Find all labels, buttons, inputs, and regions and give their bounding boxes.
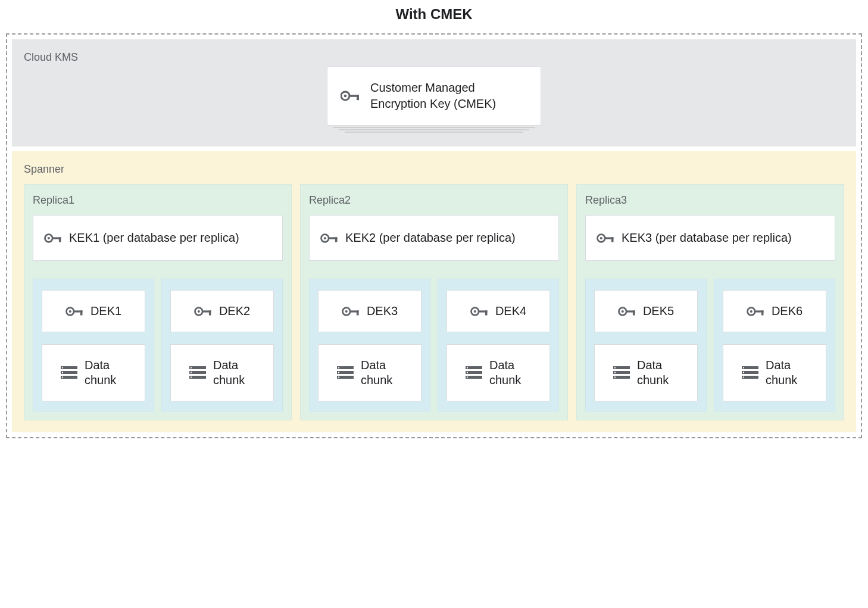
data-icon: [337, 366, 354, 379]
svg-rect-17: [62, 377, 63, 378]
dek-row: DEK1 Data chunk: [33, 279, 283, 411]
chunk-text: Data chunk: [361, 358, 402, 388]
dek-group: DEK1 Data chunk: [33, 279, 154, 411]
svg-point-5: [48, 236, 50, 239]
svg-rect-64: [614, 372, 616, 373]
svg-rect-12: [61, 366, 77, 369]
stack-line: [345, 132, 523, 133]
key-icon: [470, 306, 488, 317]
dek-card: DEK6: [723, 290, 826, 332]
data-icon: [61, 366, 77, 379]
cmek-text: Customer Managed Encryption Key (CMEK): [370, 80, 527, 112]
dek-text: DEK4: [495, 304, 526, 319]
dek-card: DEK5: [594, 290, 698, 332]
data-chunk-card: Data chunk: [42, 344, 145, 401]
svg-rect-31: [335, 237, 338, 242]
svg-rect-75: [743, 377, 744, 378]
svg-rect-41: [338, 377, 339, 378]
kek-text: KEK3 (per database per replica): [622, 231, 792, 245]
svg-rect-37: [337, 371, 354, 374]
svg-rect-71: [742, 371, 758, 374]
dek-card: DEK2: [170, 290, 274, 332]
svg-rect-74: [743, 372, 744, 373]
svg-rect-46: [466, 366, 482, 369]
svg-rect-15: [62, 367, 63, 369]
stack-line: [339, 129, 529, 130]
svg-point-33: [345, 310, 348, 312]
svg-rect-61: [613, 371, 630, 374]
svg-point-9: [69, 310, 71, 312]
spanner-label: Spanner: [24, 163, 844, 176]
svg-rect-73: [743, 367, 744, 369]
svg-rect-59: [633, 310, 635, 315]
svg-rect-23: [189, 371, 206, 374]
chunk-text: Data chunk: [489, 358, 531, 388]
svg-rect-62: [613, 376, 630, 379]
replica-label: Replica3: [585, 194, 835, 207]
stack-line: [333, 127, 535, 128]
key-icon: [342, 306, 360, 317]
svg-point-57: [622, 310, 624, 312]
svg-rect-36: [337, 366, 354, 369]
svg-rect-13: [61, 371, 77, 374]
data-chunk-card: Data chunk: [170, 344, 274, 401]
svg-rect-14: [61, 376, 77, 379]
replica-label: Replica1: [33, 194, 283, 207]
svg-rect-47: [466, 371, 482, 374]
svg-rect-48: [466, 376, 482, 379]
chunk-text: Data chunk: [637, 358, 679, 388]
svg-point-19: [198, 310, 200, 312]
svg-rect-35: [357, 310, 359, 315]
cloud-kms-label: Cloud KMS: [24, 51, 844, 64]
key-icon: [618, 306, 636, 317]
svg-rect-65: [614, 377, 616, 378]
dek-group: DEK6 Data chunk: [714, 279, 835, 411]
replica-1: Replica1 KEK1 (per database per replica): [24, 184, 292, 420]
svg-rect-49: [467, 367, 468, 369]
cloud-kms-box: Cloud KMS Customer Managed Encryption Ke…: [12, 39, 856, 146]
chunk-text: Data chunk: [85, 358, 126, 388]
data-chunk-card: Data chunk: [318, 344, 421, 401]
replica-3: Replica3 KEK3 (per database per replica): [576, 184, 844, 420]
kek-text: KEK1 (per database per replica): [69, 231, 239, 245]
kek-text: KEK2 (per database per replica): [345, 231, 516, 245]
cmek-card: Customer Managed Encryption Key (CMEK): [327, 66, 541, 126]
svg-rect-39: [338, 367, 339, 369]
svg-rect-38: [337, 376, 354, 379]
dek-card: DEK4: [447, 290, 550, 332]
svg-rect-55: [611, 237, 614, 242]
svg-rect-26: [191, 372, 192, 373]
svg-rect-63: [614, 367, 616, 369]
svg-rect-69: [761, 310, 764, 315]
kek-card: KEK1 (per database per replica): [33, 215, 283, 261]
dek-text: DEK5: [643, 304, 674, 319]
svg-rect-70: [742, 366, 758, 369]
cmek-card-wrap: Customer Managed Encryption Key (CMEK): [24, 66, 844, 133]
kek-card: KEK2 (per database per replica): [309, 215, 559, 261]
dek-text: DEK2: [219, 304, 250, 319]
key-icon: [44, 233, 62, 244]
key-icon: [341, 90, 360, 102]
replicas-row: Replica1 KEK1 (per database per replica): [24, 184, 844, 420]
dek-group: DEK4 Data chunk: [438, 279, 559, 411]
svg-rect-60: [613, 366, 630, 369]
svg-rect-50: [467, 372, 468, 373]
dek-text: DEK1: [90, 304, 121, 319]
svg-rect-7: [59, 237, 61, 242]
data-icon: [613, 366, 630, 379]
data-chunk-card: Data chunk: [594, 344, 698, 401]
dek-group: DEK3 Data chunk: [309, 279, 430, 411]
svg-rect-3: [357, 95, 359, 100]
data-chunk-card: Data chunk: [723, 344, 826, 401]
key-icon: [597, 233, 614, 244]
svg-rect-27: [191, 377, 192, 378]
data-chunk-card: Data chunk: [447, 344, 550, 401]
outer-container: Cloud KMS Customer Managed Encryption Ke…: [6, 33, 862, 438]
spanner-box: Spanner Replica1 KEK1 (per database per …: [12, 151, 856, 432]
kek-card: KEK3 (per database per replica): [585, 215, 835, 261]
svg-rect-11: [80, 310, 83, 315]
data-icon: [742, 366, 758, 379]
svg-rect-21: [209, 310, 211, 315]
key-icon: [194, 306, 212, 317]
data-icon: [466, 366, 482, 379]
